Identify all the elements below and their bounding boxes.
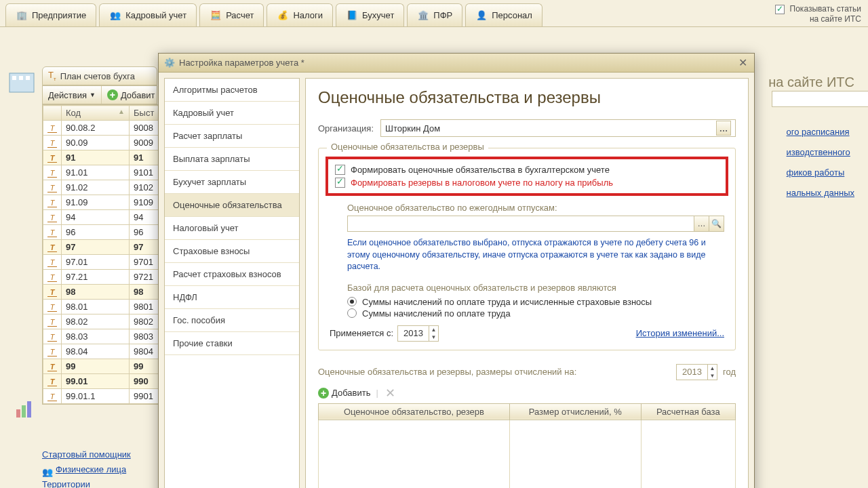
table-row[interactable]: T90.099009 — [43, 136, 162, 150]
table-row[interactable]: T9494 — [43, 210, 162, 225]
col-icon[interactable] — [43, 106, 62, 121]
fund-icon: 🏛️ — [417, 9, 429, 22]
add-button[interactable]: +Добавит — [102, 86, 161, 104]
account-icon: T — [47, 214, 57, 222]
table-row[interactable]: T9898 — [43, 285, 162, 300]
vacation-provision-input[interactable] — [347, 216, 694, 232]
table-row[interactable]: T97.019701 — [43, 255, 162, 270]
table-row[interactable]: T9696 — [43, 225, 162, 240]
actions-button[interactable]: Действия▼ — [43, 86, 102, 104]
table-row[interactable]: T90.08.29008 — [43, 121, 162, 136]
checkbox-accounting[interactable] — [335, 165, 345, 175]
show-articles-line2: на сайте ИТС — [810, 14, 861, 24]
spin-down-icon[interactable]: ▼ — [429, 333, 438, 341]
nav-item[interactable]: Бухучет зарплаты — [165, 171, 299, 194]
checkbox-tax[interactable] — [335, 178, 345, 188]
apply-year-spinner[interactable]: 2013 ▲▼ — [397, 325, 439, 342]
org-value: Шторкин Дом — [385, 123, 440, 134]
nav-item[interactable]: Оценочные обязательства — [165, 194, 299, 217]
account-icon: T — [47, 243, 57, 252]
add-allocation-button[interactable]: +Добавить — [318, 388, 370, 399]
table-row[interactable]: T98.029802 — [43, 314, 162, 329]
col-percent[interactable]: Размер отчислений, % — [509, 403, 641, 420]
tab-calc[interactable]: 🧮Расчет — [199, 3, 264, 26]
info-text: Если оценочное обязательство выбрано, от… — [347, 237, 724, 273]
side-link-1[interactable]: ого расписания — [787, 122, 854, 142]
tab-label: Предприятие — [32, 10, 86, 20]
tab-taxes[interactable]: 💰Налоги — [267, 3, 333, 26]
allocations-table[interactable]: Оценочное обязательство, резерв Размер о… — [318, 403, 736, 489]
table-row[interactable]: T99.01990 — [43, 374, 162, 389]
tab-accounting[interactable]: 📘Бухучет — [336, 3, 404, 26]
link-start-helper[interactable]: Стартовый помощник — [42, 447, 131, 462]
side-links: ого расписания изводственного фиков рабо… — [787, 122, 854, 203]
side-link-3[interactable]: фиков работы — [787, 163, 854, 183]
table-row[interactable]: T9999 — [43, 359, 162, 374]
nav-item[interactable]: Расчет зарплаты — [165, 125, 299, 148]
history-link[interactable]: История изменений... — [636, 328, 724, 338]
table-row[interactable]: T91.029102 — [43, 180, 162, 195]
checkbox-icon[interactable] — [775, 5, 785, 14]
delete-button[interactable]: ✕ — [384, 386, 397, 401]
col-provision[interactable]: Оценочное обязательство, резерв — [319, 403, 510, 420]
calc-icon: 🧮 — [210, 9, 222, 22]
picker-button[interactable]: … — [694, 216, 709, 232]
dialog-title-text: Настройка параметров учета * — [179, 58, 304, 68]
table-row[interactable]: T9191 — [43, 150, 162, 165]
plus-icon: + — [318, 388, 329, 399]
close-button[interactable]: ✕ — [736, 57, 749, 69]
col-base[interactable]: Расчетная база — [641, 403, 735, 420]
alloc-year-spinner[interactable]: 2013 ▲▼ — [676, 364, 717, 380]
its-search-input[interactable] — [772, 91, 868, 107]
nav-item[interactable]: НДФЛ — [165, 286, 299, 309]
table-row[interactable]: T98.049804 — [43, 344, 162, 359]
tab-personnel[interactable]: 👤Персонал — [465, 3, 542, 26]
table-row[interactable]: T98.039803 — [43, 329, 162, 344]
table-row[interactable]: T91.019101 — [43, 165, 162, 180]
table-row[interactable]: T97.219721 — [43, 270, 162, 285]
link-territories[interactable]: Территории — [42, 477, 131, 488]
account-icon: T — [47, 154, 57, 163]
spin-down-icon[interactable]: ▼ — [708, 372, 717, 380]
table-row[interactable]: T91.099109 — [43, 195, 162, 210]
side-link-4[interactable]: нальных данных — [787, 183, 854, 203]
nav-item[interactable]: Выплата зарплаты — [165, 148, 299, 171]
tab-pfr[interactable]: 🏛️ПФР — [407, 3, 462, 26]
org-input[interactable]: Шторкин Дом … — [380, 119, 736, 137]
apply-from-label: Применяется с: — [330, 328, 393, 338]
alloc-year-value: 2013 — [677, 367, 707, 377]
nav-item[interactable]: Кадровый учет — [165, 102, 299, 125]
tab-enterprise[interactable]: 🏢Предприятие — [5, 3, 96, 26]
chk1-label: Формировать оценочные обязательства в бу… — [351, 165, 610, 175]
link-persons[interactable]: 👥Физические лица — [42, 462, 131, 477]
radio-base-wages[interactable] — [347, 308, 357, 318]
dialog-titlebar[interactable]: ⚙️ Настройка параметров учета * ✕ — [159, 54, 754, 73]
main-tabs: 🏢Предприятие 👥Кадровый учет 🧮Расчет 💰Нал… — [0, 0, 868, 27]
radio-base-full[interactable] — [347, 297, 357, 306]
spin-up-icon[interactable]: ▲ — [708, 365, 717, 372]
table-row[interactable]: T98.019801 — [43, 300, 162, 314]
nav-item[interactable]: Алгоритмы расчетов — [165, 79, 299, 102]
accounts-table[interactable]: Код▲ Быст T90.08.29008T90.099009T9191T91… — [42, 104, 163, 405]
allocations-label: Оценочные обязательства и резервы, разме… — [318, 367, 576, 377]
picker-button[interactable]: … — [716, 121, 731, 136]
nav-item[interactable]: Гос. пособия — [165, 309, 299, 332]
plan-tab[interactable]: ТтПлан счетов бухга — [42, 66, 157, 85]
col-fast[interactable]: Быст — [130, 106, 162, 121]
book-icon: 📘 — [346, 9, 358, 22]
spin-up-icon[interactable]: ▲ — [429, 326, 438, 333]
account-icon: T — [47, 228, 57, 237]
side-link-2[interactable]: изводственного — [787, 142, 854, 163]
person-icon: 👤 — [475, 9, 488, 22]
svg-rect-3 — [26, 76, 30, 80]
building-icon: 🏢 — [16, 9, 28, 22]
nav-item[interactable]: Расчет страховых взносов — [165, 263, 299, 286]
col-code[interactable]: Код▲ — [62, 106, 130, 121]
table-row[interactable]: T99.01.19901 — [43, 389, 162, 404]
tab-hr[interactable]: 👥Кадровый учет — [99, 3, 197, 26]
nav-item[interactable]: Прочие ставки — [165, 332, 299, 355]
nav-item[interactable]: Налоговый учет — [165, 217, 299, 240]
nav-item[interactable]: Страховые взносы — [165, 240, 299, 263]
table-row[interactable]: T9797 — [43, 240, 162, 255]
search-button[interactable]: 🔍 — [709, 216, 724, 232]
